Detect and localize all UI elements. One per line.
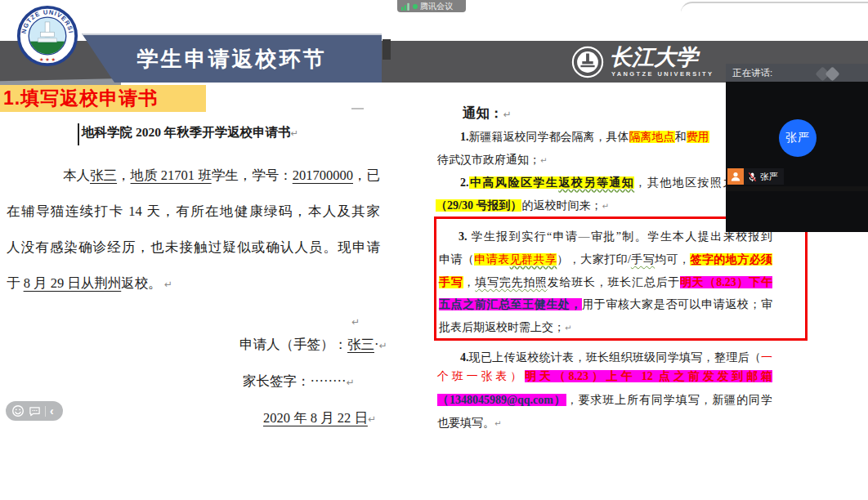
notice-line: 待武汉市政府通知；↵ (437, 153, 547, 167)
video-panel[interactable]: 正在讲话: 张严 张严 (726, 64, 868, 173)
participant-icon (727, 168, 744, 185)
notice-line: （1348045989@qq.com），要求班上所有同学填写，新疆的同学 (437, 393, 772, 408)
toolbar-divider (45, 406, 46, 417)
meeting-status-pill[interactable]: 腾讯会议 (397, 0, 466, 12)
document-title: 地科学院 2020 年秋季开学返校申请书↵ (82, 124, 298, 141)
notice-line: 4.现已上传返校统计表，班长组织班级同学填写，整理后（一 (460, 350, 772, 365)
mic-muted-icon (747, 172, 758, 182)
participant-name: 张严 (760, 171, 778, 183)
notice-line: （29/30 号报到）的返校时间来；↵ (436, 199, 609, 213)
doc-line: 在辅导猫连续打卡 14 天，有所在地健康绿码，本人及其家 (7, 203, 380, 221)
status-dot-icon (413, 4, 418, 9)
meeting-watermark-icon (816, 66, 845, 81)
notice-line: 五点之前汇总至王健生处，用于审核大家是否可以申请返校；审 (439, 297, 772, 312)
video-tile-bottom-strip (726, 186, 868, 191)
notice-title: 通知：↵ (463, 105, 511, 123)
participant-name-tag: 张严 (744, 168, 784, 185)
doc-line: ↵ (351, 313, 360, 329)
banner-title: 学生申请返校环节 (137, 45, 327, 74)
ruler-dash (351, 108, 364, 109)
signal-bars-icon (401, 2, 410, 11)
step-label-box: 1.填写返校申请书 (0, 85, 206, 112)
notice-line: 批表后期返校时需上交；↵ (439, 320, 571, 335)
person-icon (730, 171, 741, 182)
university-name-en: YANGTZE UNIVERSITY (611, 70, 714, 78)
notice-line: 手写，填写完先拍照发给班长，班长汇总后于明天（8.23）下午 (439, 275, 772, 290)
doc-line: 本人张三，地质 21701 班学生，学号：201700000，已 (63, 167, 380, 185)
notice-line: 申请（申请表见群共享），大家打印/手写均可，签字的地方必须 (439, 252, 772, 267)
university-logo: 长江大学 YANGTZE UNIVERSITY (570, 45, 714, 79)
doc-line: 2020 年 8 月 22 日↵ (263, 409, 376, 427)
header-notch (383, 39, 391, 60)
video-tile[interactable]: 张严 张严 (726, 82, 868, 232)
video-panel-header: 正在讲话: (726, 64, 868, 82)
reaction-toolbar: ‹ (6, 401, 63, 421)
doc-line: 人没有感染确诊经历，也未接触过疑似或确认人员。现申请 (7, 239, 380, 257)
meeting-app-label: 腾讯会议 (420, 0, 453, 12)
screen: 学生申请返校环节 YANGTZE UNIVERSITY ★ ★ ★ 长江大学 Y… (0, 0, 868, 500)
notice-line: 也要填写。↵ (437, 416, 501, 431)
text-cursor (78, 123, 79, 145)
step-label: 1.填写返校申请书 (0, 86, 158, 111)
university-seal-icon: YANGTZE UNIVERSITY ★ ★ ★ (16, 5, 78, 67)
speaking-label: 正在讲话: (726, 67, 772, 79)
notice-line: 个班一张表）明天（8.23）上午 12 点之前发发到邮箱 (437, 369, 772, 384)
avatar: 张严 (779, 119, 817, 157)
university-emblem-icon (570, 45, 605, 79)
collapse-button[interactable]: ‹ (50, 402, 54, 420)
slide-banner: 学生申请返校环节 (82, 33, 382, 83)
doc-line: 申请人（手签）：张三·↵ (239, 336, 387, 354)
notice-line: 1.新疆籍返校同学都会隔离，具体隔离地点和费用 (460, 130, 709, 145)
doc-line: 于 8 月 29 日从荆州返校。 ↵ (7, 275, 172, 292)
university-name-cn: 长江大学 (610, 45, 714, 69)
chat-button[interactable] (29, 405, 41, 417)
seal-stars: ★ ★ ★ (39, 56, 56, 62)
doc-line: 家长签字：········↵ (243, 373, 354, 391)
emoji-button[interactable] (11, 404, 25, 417)
